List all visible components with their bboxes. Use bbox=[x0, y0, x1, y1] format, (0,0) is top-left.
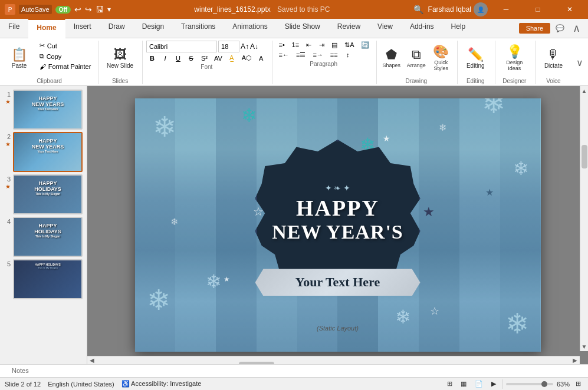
snowflake-5: ❄ bbox=[505, 307, 529, 340]
scroll-thumb[interactable] bbox=[582, 145, 587, 168]
scroll-left-btn[interactable]: ◀ bbox=[87, 356, 97, 364]
tab-transitions[interactable]: Transitions bbox=[173, 19, 224, 38]
increase-indent-btn[interactable]: ⇥ bbox=[316, 41, 327, 49]
autosave-toggle[interactable]: Off bbox=[55, 6, 71, 14]
quick-access-btn[interactable]: 🖫 bbox=[96, 5, 104, 14]
text-color-btn[interactable]: A̲ bbox=[226, 54, 238, 62]
fit-slide-btn[interactable]: ⊞ bbox=[573, 380, 583, 388]
scroll-right-btn[interactable]: ▶ bbox=[570, 356, 580, 364]
slide-thumb-inner-4: HAPPYHOLIDAYS This Is My Slogan bbox=[14, 218, 81, 256]
strikethrough-btn[interactable]: S bbox=[185, 54, 197, 62]
slide-thumb-3[interactable]: HAPPYHOLIDAYS This Is My Slogan bbox=[13, 174, 83, 214]
scroll-down-btn[interactable]: ▼ bbox=[580, 342, 588, 351]
slide-thumb-2[interactable]: HAPPYNEW YEARS Your Text Here bbox=[13, 132, 83, 172]
new-slide-btn[interactable]: 🖼 New Slide bbox=[103, 41, 138, 76]
editing-btn[interactable]: ✏️ Editing bbox=[461, 41, 490, 76]
accessibility-btn[interactable]: ♿ Accessibility: Investigate bbox=[121, 380, 202, 388]
text-direction-btn[interactable]: ⇅A bbox=[341, 41, 356, 49]
snowflake-10: ❄ bbox=[395, 306, 411, 328]
font-size-increase-btn[interactable]: A↑ bbox=[241, 42, 249, 51]
zoom-slider[interactable] bbox=[506, 383, 553, 385]
decrease-indent-btn[interactable]: ⇤ bbox=[303, 41, 314, 49]
italic-btn[interactable]: I bbox=[159, 54, 171, 62]
tab-draw[interactable]: Draw bbox=[100, 19, 134, 38]
tab-help[interactable]: Help bbox=[443, 19, 475, 38]
char-spacing-btn[interactable]: AV bbox=[211, 54, 225, 62]
view-reading-btn[interactable]: 📄 bbox=[472, 380, 485, 388]
slide-thumb-5[interactable]: HAPPY HOLIDAYS This Is My Slogan bbox=[13, 259, 83, 299]
font-family-input[interactable] bbox=[146, 41, 217, 52]
scroll-up-btn[interactable]: ▲ bbox=[580, 86, 588, 95]
shapes-btn[interactable]: ⬟ Shapes bbox=[380, 41, 403, 76]
close-btn[interactable]: ✕ bbox=[556, 0, 583, 19]
comments-btn[interactable]: 💬 bbox=[553, 21, 567, 35]
text-highlight-btn[interactable]: A⬡ bbox=[239, 54, 254, 62]
slide-thumb-1[interactable]: HAPPYNEW YEARS Your Text Here bbox=[13, 90, 83, 130]
ribbon-group-font: A↑ A↓ B I U S S² AV A̲ A⬡ A Font bbox=[144, 41, 272, 84]
notes-tab[interactable]: Notes bbox=[5, 366, 36, 376]
slide-thumb-4[interactable]: HAPPYHOLIDAYS This Is My Slogan bbox=[13, 217, 83, 257]
canvas-vscrollbar[interactable]: ▲ ▼ bbox=[580, 86, 588, 351]
align-center-btn[interactable]: ≡☰ bbox=[293, 51, 308, 60]
columns-btn[interactable]: ▤ bbox=[329, 41, 340, 49]
format-painter-btn[interactable]: 🖌 Format Painter bbox=[36, 62, 95, 71]
drawing-buttons: ⬟ Shapes ⧉ Arrange 🎨 Quick Styles bbox=[380, 41, 453, 77]
redo-btn[interactable]: ↪ bbox=[85, 5, 92, 14]
filename: winter_lines_16152.pptx bbox=[194, 5, 270, 14]
snowflake-7: ❄ bbox=[206, 270, 222, 293]
stripe-3 bbox=[216, 98, 257, 352]
canvas-hscrollbar[interactable]: ◀ ▶ bbox=[87, 356, 580, 364]
convert-smartart-btn[interactable]: 🔄 bbox=[358, 41, 372, 49]
share-btn[interactable]: Share bbox=[519, 23, 550, 34]
tab-design[interactable]: Design bbox=[134, 19, 173, 38]
align-left-btn[interactable]: ≡← bbox=[276, 51, 292, 60]
view-slideshow-btn[interactable]: ▶ bbox=[489, 380, 498, 388]
zoom-thumb[interactable] bbox=[541, 381, 547, 387]
tab-view[interactable]: View bbox=[369, 19, 402, 38]
arrange-btn[interactable]: ⧉ Arrange bbox=[405, 41, 428, 76]
numbering-btn[interactable]: 1≡ bbox=[289, 41, 302, 49]
slide-number-3: 3 bbox=[2, 174, 11, 183]
bullets-btn[interactable]: ≡• bbox=[276, 41, 288, 49]
underline-btn[interactable]: U bbox=[172, 54, 184, 62]
tab-animations[interactable]: Animations bbox=[224, 19, 276, 38]
tab-slideshow[interactable]: Slide Show bbox=[277, 19, 329, 38]
ribbon-group-voice: 🎙 Dictate Voice bbox=[537, 41, 573, 84]
tab-review[interactable]: Review bbox=[329, 19, 369, 38]
scroll-track bbox=[580, 95, 588, 342]
tab-home[interactable]: Home bbox=[28, 19, 65, 38]
paste-btn[interactable]: 📋 Paste bbox=[4, 41, 35, 76]
copy-btn[interactable]: ⧉ Copy bbox=[36, 51, 95, 61]
slide-number-2: 2 bbox=[2, 132, 11, 140]
hscroll-thumb[interactable] bbox=[239, 362, 274, 365]
dictate-btn[interactable]: 🎙 Dictate bbox=[538, 41, 568, 76]
tab-addins[interactable]: Add-ins bbox=[402, 19, 443, 38]
quick-styles-btn[interactable]: 🎨 Quick Styles bbox=[429, 41, 453, 76]
ribbon-collapse-btn[interactable]: ∧ bbox=[569, 21, 583, 35]
view-slide-sorter-btn[interactable]: ▦ bbox=[458, 380, 469, 388]
font-size-input[interactable] bbox=[218, 41, 239, 52]
maximize-btn[interactable]: □ bbox=[524, 0, 551, 19]
design-ideas-btn[interactable]: 💡 Design Ideas bbox=[498, 41, 530, 76]
search-icon[interactable]: 🔍 bbox=[413, 5, 423, 14]
copy-icon: ⧉ bbox=[40, 52, 44, 60]
canvas-area[interactable]: ❄ ❄ ❄ ❄ ❄ ❄ ❄ ❄ ❄ ❄ ❄ ★ ❄ ☆ ★ ★ ☆ ★ ★ ✦ … bbox=[87, 86, 588, 364]
view-normal-btn[interactable]: ⊞ bbox=[445, 380, 455, 388]
undo-btn[interactable]: ↩ bbox=[74, 5, 81, 14]
bold-btn[interactable]: B bbox=[146, 54, 158, 62]
font-color-btn[interactable]: A bbox=[255, 54, 267, 62]
justify-btn[interactable]: ≡≡ bbox=[327, 51, 341, 60]
tab-file[interactable]: File bbox=[0, 19, 28, 38]
ribbon-expander[interactable]: ∨ bbox=[574, 41, 586, 84]
star-dark-1: ★ bbox=[423, 204, 435, 220]
shadow-btn[interactable]: S² bbox=[198, 54, 210, 62]
align-right-btn[interactable]: ≡→ bbox=[310, 51, 326, 60]
font-size-decrease-btn[interactable]: A↓ bbox=[250, 42, 258, 51]
minimize-btn[interactable]: ─ bbox=[492, 0, 520, 19]
slide-banner[interactable]: Your Text Here bbox=[255, 269, 421, 296]
slide-emblem[interactable]: ✦ ❧ ✦ HAPPY NEW YEAR'S bbox=[255, 140, 421, 287]
slide-canvas[interactable]: ❄ ❄ ❄ ❄ ❄ ❄ ❄ ❄ ❄ ❄ ❄ ★ ❄ ☆ ★ ★ ☆ ★ ★ ✦ … bbox=[135, 98, 541, 352]
cut-btn[interactable]: ✂ Cut bbox=[36, 41, 95, 51]
line-spacing-btn[interactable]: ↕ bbox=[342, 51, 354, 60]
tab-insert[interactable]: Insert bbox=[65, 19, 100, 38]
